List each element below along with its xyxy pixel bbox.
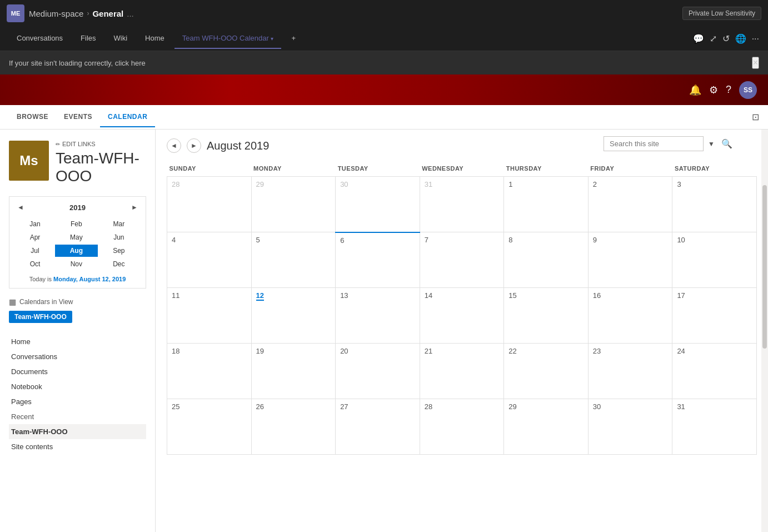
ribbon-expand-icon[interactable]: ⊡ — [752, 112, 759, 122]
globe-icon[interactable]: 🌐 — [735, 33, 746, 44]
table-row[interactable]: 23 — [588, 344, 672, 399]
refresh-icon[interactable]: ↺ — [722, 33, 730, 44]
table-row[interactable]: 15 — [504, 288, 589, 344]
tab-wiki[interactable]: Wiki — [106, 28, 136, 49]
mini-cal-apr[interactable]: Apr — [16, 231, 54, 243]
table-row[interactable]: 12 — [251, 288, 336, 344]
tab-files[interactable]: Files — [73, 28, 103, 49]
mini-cal-mar[interactable]: Mar — [99, 218, 139, 230]
header-overlay — [0, 74, 768, 105]
user-header-avatar[interactable]: SS — [739, 81, 757, 99]
search-input[interactable] — [604, 136, 704, 151]
help-icon[interactable]: ? — [726, 84, 731, 96]
sidebar-item-notebook[interactable]: Notebook — [9, 379, 146, 394]
table-row[interactable]: 9 — [588, 232, 672, 288]
ribbon-tab-events[interactable]: EVENTS — [56, 107, 100, 127]
table-row[interactable]: 13 — [336, 288, 420, 344]
table-row[interactable]: 28 — [420, 399, 504, 455]
cal-next-button[interactable]: ► — [187, 138, 201, 153]
cal-prev-button[interactable]: ◄ — [167, 138, 181, 153]
sidebar-item-team-wfh[interactable]: Team-WFH-OOO — [9, 424, 146, 439]
tab-home[interactable]: Home — [137, 28, 172, 49]
settings-icon[interactable]: ⚙ — [709, 84, 718, 96]
chat-icon[interactable]: 💬 — [693, 33, 704, 44]
ribbon-tab-calendar[interactable]: CALENDAR — [100, 107, 155, 127]
mini-cal-nov[interactable]: Nov — [55, 258, 98, 270]
mini-cal-jan[interactable]: Jan — [16, 218, 54, 230]
notification-close-button[interactable]: × — [752, 57, 759, 69]
table-row[interactable]: 25 — [167, 399, 252, 455]
channel-ellipsis[interactable]: ... — [127, 9, 134, 18]
bell-icon[interactable]: 🔔 — [689, 84, 701, 96]
tab-calendar[interactable]: Team WFH-OOO Calendar ▾ — [174, 28, 282, 49]
table-row[interactable]: 2 — [588, 177, 672, 232]
search-button[interactable]: 🔍 — [719, 136, 735, 151]
sensitivity-badge: Private Low Sensitivity — [682, 7, 761, 20]
table-row[interactable]: 8 — [504, 232, 589, 288]
mini-cal-jul[interactable]: Jul — [16, 245, 54, 257]
today-link[interactable]: Monday, August 12, 2019 — [53, 276, 126, 282]
table-row[interactable]: 18 — [167, 344, 252, 399]
mini-cal-feb[interactable]: Feb — [55, 218, 98, 230]
ribbon-tab-browse[interactable]: BROWSE — [9, 107, 56, 127]
table-row[interactable]: 30 — [336, 177, 420, 232]
mini-cal-may[interactable]: May — [55, 231, 98, 243]
mini-cal-jun[interactable]: Jun — [99, 231, 139, 243]
table-row[interactable]: 27 — [336, 399, 420, 455]
table-row[interactable]: 20 — [336, 344, 420, 399]
sidebar-item-site-contents[interactable]: Site contents — [9, 439, 146, 454]
table-row[interactable]: 28 — [167, 177, 252, 232]
sidebar-item-pages[interactable]: Pages — [9, 394, 146, 409]
table-row[interactable]: 7 — [420, 232, 504, 288]
site-header: Ms ✏ EDIT LINKS Team-WFH-OOO — [9, 141, 146, 185]
table-row[interactable]: 14 — [420, 288, 504, 344]
tab-bar: Conversations Files Wiki Home Team WFH-O… — [0, 27, 768, 51]
sidebar-item-home[interactable]: Home — [9, 334, 146, 349]
table-row[interactable]: 6 — [336, 232, 420, 288]
cal-week-4: 18 19 20 21 22 23 24 — [167, 344, 757, 399]
mini-cal-next-button[interactable]: ► — [129, 202, 140, 212]
mini-cal-prev-button[interactable]: ◄ — [15, 202, 26, 212]
cal-month-title: August 2019 — [207, 140, 269, 152]
scrollbar[interactable] — [761, 130, 768, 532]
tab-conversations[interactable]: Conversations — [9, 28, 71, 49]
table-row[interactable]: 26 — [251, 399, 336, 455]
table-row[interactable]: 29 — [251, 177, 336, 232]
header-icons: 🔔 ⚙ ? SS — [689, 81, 757, 99]
table-row[interactable]: 10 — [672, 232, 757, 288]
edit-links-button[interactable]: ✏ EDIT LINKS — [56, 141, 146, 147]
table-row[interactable]: 31 — [420, 177, 504, 232]
table-row[interactable]: 24 — [672, 344, 757, 399]
table-row[interactable]: 11 — [167, 288, 252, 344]
table-row[interactable]: 1 — [504, 177, 589, 232]
table-row[interactable]: 29 — [504, 399, 589, 455]
cal-badge-team[interactable]: Team-WFH-OOO — [9, 311, 72, 323]
user-avatar[interactable]: ME — [7, 4, 24, 22]
tab-add[interactable]: + — [283, 28, 303, 49]
table-row[interactable]: 3 — [672, 177, 757, 232]
table-row[interactable]: 4 — [167, 232, 252, 288]
mini-cal-aug[interactable]: Aug — [55, 245, 98, 257]
table-row[interactable]: 17 — [672, 288, 757, 344]
search-dropdown-button[interactable]: ▼ — [706, 138, 717, 150]
sidebar-item-documents[interactable]: Documents — [9, 364, 146, 379]
mini-cal-sep[interactable]: Sep — [99, 245, 139, 257]
table-row[interactable]: 21 — [420, 344, 504, 399]
sidebar-item-conversations[interactable]: Conversations — [9, 349, 146, 364]
table-row[interactable]: 30 — [588, 399, 672, 455]
table-row[interactable]: 19 — [251, 344, 336, 399]
expand-icon[interactable]: ⤢ — [710, 33, 717, 44]
left-panel: Ms ✏ EDIT LINKS Team-WFH-OOO ◄ 2019 ► Ja… — [0, 130, 156, 532]
table-row[interactable]: 16 — [588, 288, 672, 344]
scrollbar-thumb[interactable] — [762, 185, 767, 349]
mini-cal-dec[interactable]: Dec — [99, 258, 139, 270]
cal-th-monday: MONDAY — [251, 161, 336, 177]
more-icon[interactable]: ··· — [752, 34, 759, 44]
mini-cal-oct[interactable]: Oct — [16, 258, 54, 270]
cal-th-tuesday: TUESDAY — [336, 161, 420, 177]
cal-week-2: 4 5 6 7 8 9 10 — [167, 232, 757, 288]
table-row[interactable]: 5 — [251, 232, 336, 288]
table-row[interactable]: 22 — [504, 344, 589, 399]
today-text: Today is Monday, August 12, 2019 — [15, 276, 140, 282]
table-row[interactable]: 31 — [672, 399, 757, 455]
